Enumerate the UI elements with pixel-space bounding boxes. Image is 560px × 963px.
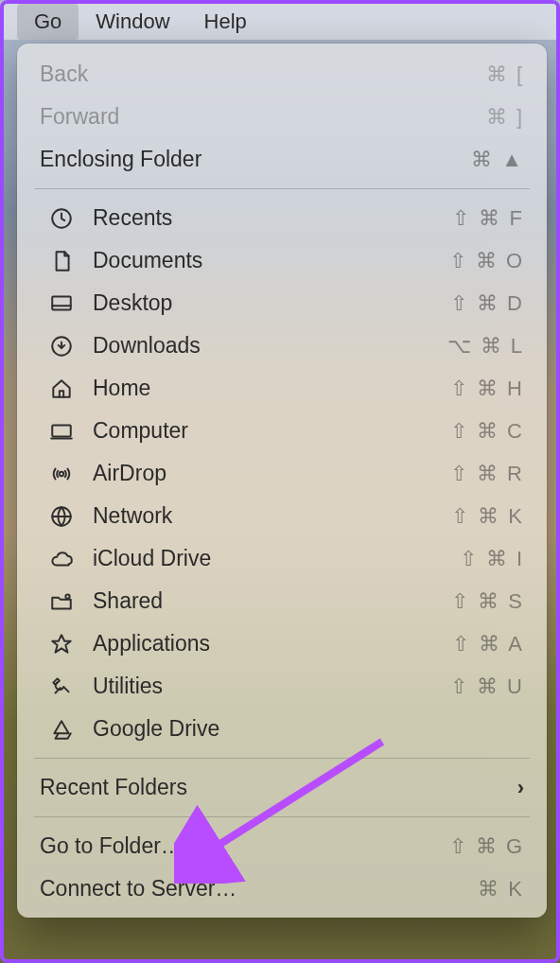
menu-item-shared[interactable]: Shared ⇧ ⌘ S — [17, 580, 547, 622]
svg-rect-3 — [52, 425, 71, 436]
menu-label: Back — [40, 61, 486, 87]
menu-shortcut: ⇧ ⌘ O — [449, 249, 524, 273]
menu-shortcut: ⇧ ⌘ F — [452, 206, 524, 231]
download-icon — [45, 332, 78, 360]
menu-label: Go to Folder… — [40, 833, 449, 859]
go-menu-dropdown: Back ⌘ [ Forward ⌘ ] Enclosing Folder ⌘ … — [17, 44, 547, 918]
menu-shortcut: ⇧ ⌘ I — [460, 547, 524, 571]
document-icon — [45, 247, 78, 275]
menu-item-computer[interactable]: Computer ⇧ ⌘ C — [17, 410, 547, 452]
menu-item-google-drive[interactable]: Google Drive — [17, 708, 547, 750]
menu-item-desktop[interactable]: Desktop ⇧ ⌘ D — [17, 282, 547, 324]
menu-shortcut: ⌘ K — [478, 877, 524, 902]
menu-label: Applications — [93, 631, 452, 657]
menu-shortcut: ⇧ ⌘ G — [449, 834, 524, 859]
menu-item-downloads[interactable]: Downloads ⌥ ⌘ L — [17, 324, 547, 367]
menu-label: Recent Folders — [40, 775, 517, 800]
menu-label: Forward — [40, 104, 486, 130]
menubar-item-go[interactable]: Go — [17, 4, 79, 40]
menu-label: Shared — [93, 588, 451, 614]
menubar-item-window[interactable]: Window — [79, 4, 186, 40]
menu-item-utilities[interactable]: Utilities ⇧ ⌘ U — [17, 665, 547, 708]
menu-item-airdrop[interactable]: AirDrop ⇧ ⌘ R — [17, 452, 547, 495]
menu-shortcut: ⌘ ] — [486, 105, 524, 130]
menu-item-forward: Forward ⌘ ] — [17, 96, 547, 138]
menu-shortcut: ⇧ ⌘ U — [450, 674, 524, 699]
menu-shortcut: ⇧ ⌘ C — [450, 419, 524, 444]
svg-point-4 — [60, 471, 63, 475]
applications-icon — [45, 630, 78, 658]
menubar: Go Window Help — [4, 4, 556, 40]
menubar-label: Window — [96, 9, 169, 33]
menu-divider — [34, 188, 530, 189]
clock-icon — [45, 204, 78, 233]
menu-divider — [34, 816, 530, 817]
utilities-icon — [45, 673, 78, 701]
menu-divider — [34, 758, 530, 759]
menu-label: Utilities — [93, 674, 450, 699]
menu-label: AirDrop — [93, 461, 450, 486]
menu-item-network[interactable]: Network ⇧ ⌘ K — [17, 495, 547, 537]
menu-item-back: Back ⌘ [ — [17, 53, 547, 96]
menu-label: Recents — [93, 205, 452, 231]
menu-shortcut: ⌘ ▲ — [471, 148, 524, 172]
menu-label: iCloud Drive — [93, 546, 460, 571]
menu-item-go-to-folder[interactable]: Go to Folder… ⇧ ⌘ G — [17, 825, 547, 867]
airdrop-icon — [45, 460, 78, 488]
menu-label: Desktop — [93, 290, 450, 316]
menu-label: Computer — [93, 418, 450, 444]
menubar-label: Help — [204, 9, 247, 33]
menu-label: Network — [93, 503, 451, 529]
menu-shortcut: ⇧ ⌘ H — [450, 376, 524, 401]
menu-shortcut: ⇧ ⌘ R — [450, 462, 524, 486]
menu-label: Enclosing Folder — [40, 147, 471, 172]
network-icon — [45, 502, 78, 531]
menu-label: Documents — [93, 248, 449, 273]
menu-shortcut: ⌥ ⌘ L — [447, 334, 524, 359]
menu-label: Home — [93, 376, 450, 401]
menu-item-recents[interactable]: Recents ⇧ ⌘ F — [17, 197, 547, 239]
home-icon — [45, 375, 78, 403]
computer-icon — [45, 417, 78, 446]
menu-label: Downloads — [93, 333, 447, 359]
menu-item-documents[interactable]: Documents ⇧ ⌘ O — [17, 239, 547, 282]
cloud-icon — [45, 545, 78, 573]
menu-label: Connect to Server… — [40, 876, 478, 902]
menu-shortcut: ⇧ ⌘ K — [451, 504, 524, 529]
menu-shortcut: ⇧ ⌘ A — [452, 632, 524, 657]
menu-item-connect-to-server[interactable]: Connect to Server… ⌘ K — [17, 867, 547, 910]
menubar-item-help[interactable]: Help — [187, 4, 264, 40]
shared-folder-icon — [45, 587, 78, 616]
svg-point-6 — [65, 594, 69, 598]
chevron-right-icon: › — [517, 776, 524, 800]
svg-rect-1 — [52, 296, 71, 309]
menu-shortcut: ⇧ ⌘ D — [450, 291, 524, 316]
desktop-icon — [45, 289, 78, 318]
google-drive-icon — [45, 715, 78, 744]
menu-item-icloud-drive[interactable]: iCloud Drive ⇧ ⌘ I — [17, 537, 547, 580]
menu-shortcut: ⇧ ⌘ S — [451, 589, 524, 614]
menu-label: Google Drive — [93, 716, 524, 742]
menu-item-applications[interactable]: Applications ⇧ ⌘ A — [17, 622, 547, 665]
menu-item-recent-folders[interactable]: Recent Folders › — [17, 766, 547, 809]
menu-item-enclosing-folder[interactable]: Enclosing Folder ⌘ ▲ — [17, 138, 547, 181]
menubar-label: Go — [34, 9, 61, 33]
menu-shortcut: ⌘ [ — [486, 62, 524, 87]
menu-item-home[interactable]: Home ⇧ ⌘ H — [17, 367, 547, 410]
